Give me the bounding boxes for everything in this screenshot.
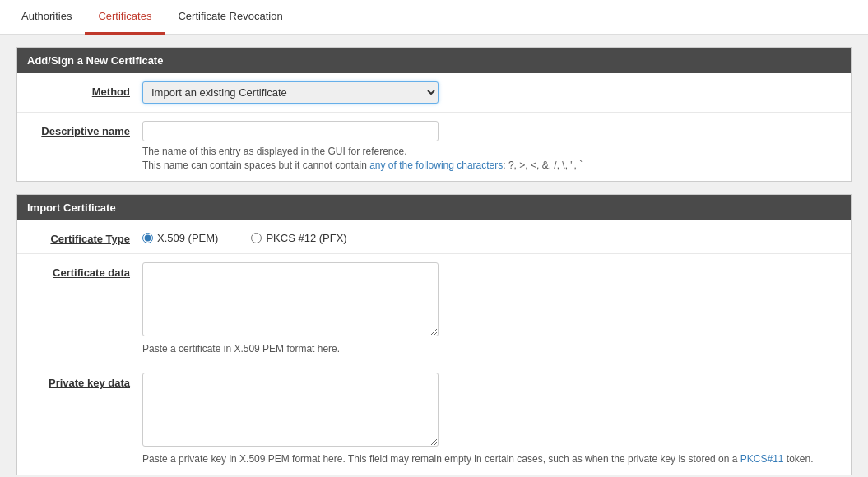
pkcs11-link[interactable]: PKCS#11 (740, 453, 784, 465)
private-key-control: Paste a private key in X.509 PEM format … (142, 373, 841, 466)
method-label: Method (27, 81, 142, 98)
radio-pkcs-label: PKCS #12 (PFX) (266, 232, 346, 244)
radio-x509-input[interactable] (142, 233, 153, 243)
main-content: Add/Sign a New Certificate Method Import… (0, 35, 868, 477)
certificate-data-label: Certificate data (27, 262, 142, 279)
tab-authorities[interactable]: Authorities (8, 0, 85, 35)
tab-certificates[interactable]: Certificates (85, 0, 165, 35)
certificate-data-help: Paste a certificate in X.509 PEM format … (142, 342, 841, 356)
certificate-type-row: Certificate Type X.509 (PEM) PKCS #12 (P… (17, 220, 851, 254)
descriptive-name-input[interactable] (142, 121, 439, 141)
import-certificate-body: Certificate Type X.509 (PEM) PKCS #12 (P… (17, 220, 851, 475)
descriptive-name-row: Descriptive name The name of this entry … (17, 113, 851, 181)
add-certificate-title: Add/Sign a New Certificate (27, 54, 163, 67)
certificate-data-textarea[interactable] (142, 262, 439, 336)
descriptive-name-control: The name of this entry as displayed in t… (142, 121, 841, 173)
certificate-type-radio-group: X.509 (PEM) PKCS #12 (PFX) (142, 229, 841, 244)
tabs-bar: Authorities Certificates Certificate Rev… (0, 0, 868, 35)
add-certificate-section-header: Add/Sign a New Certificate (17, 48, 851, 73)
radio-pkcs-input[interactable] (251, 233, 262, 243)
import-certificate-section: Import Certificate Certificate Type X.50… (16, 194, 852, 476)
certificate-data-control: Paste a certificate in X.509 PEM format … (142, 262, 841, 356)
method-control: Import an existing Certificate Create an… (142, 81, 841, 104)
private-key-help: Paste a private key in X.509 PEM format … (142, 452, 841, 466)
radio-pkcs-option[interactable]: PKCS #12 (PFX) (251, 232, 346, 244)
add-certificate-body: Method Import an existing Certificate Cr… (17, 73, 851, 181)
add-certificate-section: Add/Sign a New Certificate Method Import… (16, 47, 852, 182)
radio-x509-label: X.509 (PEM) (157, 232, 218, 244)
certificate-type-control: X.509 (PEM) PKCS #12 (PFX) (142, 229, 841, 244)
help-line2: This name can contain spaces but it cann… (142, 159, 841, 173)
radio-x509-option[interactable]: X.509 (PEM) (142, 232, 218, 244)
method-select[interactable]: Import an existing Certificate Create an… (142, 81, 439, 104)
method-row: Method Import an existing Certificate Cr… (17, 73, 851, 113)
private-key-row: Private key data Paste a private key in … (17, 364, 851, 475)
import-certificate-section-header: Import Certificate (17, 195, 851, 220)
private-key-label: Private key data (27, 373, 142, 389)
tab-certificate-revocation[interactable]: Certificate Revocation (165, 0, 295, 35)
certificate-data-row: Certificate data Paste a certificate in … (17, 254, 851, 365)
import-certificate-title: Import Certificate (27, 201, 116, 214)
private-key-textarea[interactable] (142, 373, 439, 447)
descriptive-name-help: The name of this entry as displayed in t… (142, 145, 841, 173)
help-line1: The name of this entry as displayed in t… (142, 145, 841, 159)
descriptive-name-label: Descriptive name (27, 121, 142, 137)
page-wrapper: Authorities Certificates Certificate Rev… (0, 0, 868, 477)
certificate-type-label: Certificate Type (27, 229, 142, 245)
